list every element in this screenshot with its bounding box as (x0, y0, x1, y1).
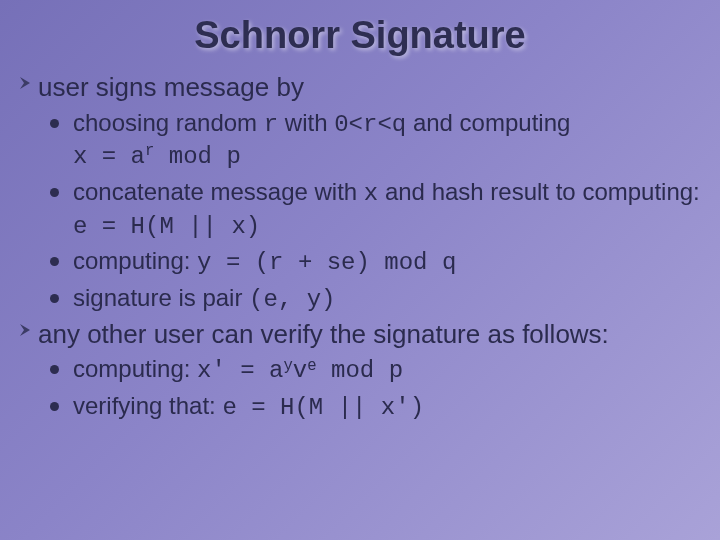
sublist-verify: computing: x' = ayve mod p verifying tha… (18, 354, 702, 423)
sub-item-concatenate: concatenate message with x and hash resu… (50, 177, 702, 242)
code-e-eq: e = H(M || x) (73, 213, 260, 240)
dot-icon (50, 188, 59, 197)
txt-v: v (293, 357, 307, 384)
txt: computing: (73, 355, 197, 382)
top-item-user-signs: user signs message by (18, 71, 702, 104)
slide-title: Schnorr Signature (18, 14, 702, 57)
txt: concatenate message with (73, 178, 364, 205)
sub-text: computing: y = (r + se) mod q (73, 246, 456, 279)
dot-icon (50, 365, 59, 374)
chevron-right-icon (18, 75, 38, 91)
code-pair: (e, y) (249, 286, 335, 313)
sup-e: e (307, 357, 316, 375)
code-r: r (264, 111, 278, 138)
txt: signature is pair (73, 284, 249, 311)
sup-y: y (284, 357, 293, 375)
slide: Schnorr Signature user signs message by … (0, 0, 720, 540)
txt: x' = a (197, 357, 283, 384)
code-verify-e: e = H(M || x') (222, 394, 424, 421)
sub-text: verifying that: e = H(M || x') (73, 391, 424, 424)
sub-text: computing: x' = ayve mod p (73, 354, 403, 387)
text-user: user (38, 72, 89, 102)
top-text: user signs message by (38, 71, 304, 104)
sup-r: r (145, 142, 154, 160)
txt: choosing random (73, 109, 264, 136)
txt: x = a (73, 143, 145, 170)
top-text-verify: any other user can verify the signature … (38, 318, 609, 351)
txt: and computing (406, 109, 570, 136)
sub-item-choose-random: choosing random r with 0<r<q and computi… (50, 108, 702, 173)
text-signs-message: signs message by (89, 72, 304, 102)
txt: computing: (73, 247, 197, 274)
code-x-eq: x = ar mod p (73, 143, 241, 170)
sub-text: concatenate message with x and hash resu… (73, 177, 702, 242)
txt: with (278, 109, 334, 136)
code-y-eq: y = (r + se) mod q (197, 249, 456, 276)
txt: mod p (317, 357, 403, 384)
txt: and hash result to computing: (378, 178, 700, 205)
outer-list: user signs message by choosing random r … (18, 71, 702, 424)
sublist-sign: choosing random r with 0<r<q and computi… (18, 108, 702, 316)
dot-icon (50, 257, 59, 266)
code-x: x (364, 180, 378, 207)
txt: mod p (154, 143, 240, 170)
dot-icon (50, 294, 59, 303)
sub-item-signature-pair: signature is pair (e, y) (50, 283, 702, 316)
chevron-right-icon (18, 322, 38, 338)
sub-item-compute-y: computing: y = (r + se) mod q (50, 246, 702, 279)
code-range: 0<r<q (334, 111, 406, 138)
sub-item-compute-xprime: computing: x' = ayve mod p (50, 354, 702, 387)
txt: verifying that: (73, 392, 222, 419)
sub-item-verify-e: verifying that: e = H(M || x') (50, 391, 702, 424)
top-item-verify: any other user can verify the signature … (18, 318, 702, 351)
dot-icon (50, 119, 59, 128)
sub-text: signature is pair (e, y) (73, 283, 336, 316)
code-xprime: x' = ayve mod p (197, 357, 403, 384)
sub-text: choosing random r with 0<r<q and computi… (73, 108, 570, 173)
dot-icon (50, 402, 59, 411)
